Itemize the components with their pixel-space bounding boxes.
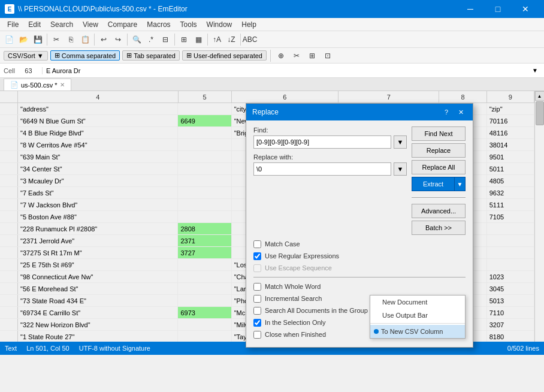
main-content: 4 5 6 7 8 9 "address""city""county""stat… — [0, 91, 544, 355]
csv-sort-icon: ▼ — [37, 52, 44, 59]
csv-sep-1 — [270, 50, 271, 62]
in-selection-label: In the Selection Only — [265, 319, 326, 326]
extract-csv-column[interactable]: To New CSV Column — [370, 325, 465, 338]
close-button[interactable]: ✕ — [512, 0, 539, 18]
csv-btn-3[interactable]: ⊞ — [306, 49, 319, 62]
cell-ref: 63 — [19, 67, 43, 74]
dialog-close-button[interactable]: ✕ — [455, 107, 467, 117]
open-button[interactable]: 📂 — [17, 33, 30, 46]
csv-btn-1[interactable]: ⊕ — [274, 49, 288, 62]
cell-formula-icon[interactable]: ▼ — [530, 67, 540, 74]
dialog-title: Replace — [252, 108, 279, 116]
replace-input[interactable] — [253, 162, 391, 176]
match-case-checkbox[interactable] — [253, 240, 261, 248]
close-when-checkbox[interactable] — [253, 331, 261, 339]
use-regex-checkbox[interactable] — [253, 252, 261, 260]
match-case-label: Match Case — [265, 240, 300, 248]
replace-expand-button[interactable]: ▼ — [394, 162, 407, 176]
paste-button[interactable]: 📋 — [78, 33, 92, 46]
dialog-body: Find: ▼ Replace with: ▼ — [246, 120, 473, 347]
csv-btn-4[interactable]: ⊡ — [321, 49, 334, 62]
toolbar-sep-1 — [47, 34, 47, 46]
comma-sep-tag[interactable]: ⊞ Comma separated — [50, 50, 120, 61]
undo-button[interactable]: ↩ — [97, 33, 110, 46]
replace-all-button[interactable]: Replace All — [412, 160, 466, 174]
redo-button[interactable]: ↪ — [111, 33, 125, 46]
find-expand-button[interactable]: ▼ — [394, 135, 407, 149]
cell-bar: Cell 63 E Aurora Dr ▼ — [0, 64, 544, 78]
tab-us500[interactable]: 📄 us-500.csv * ✕ — [4, 79, 71, 91]
menu-search[interactable]: Search — [46, 19, 78, 30]
find-regex-button[interactable]: .* — [144, 33, 158, 46]
extract-dropdown-button[interactable]: ▼ — [455, 177, 466, 191]
window-controls: ─ □ ✕ — [457, 0, 539, 18]
find-input[interactable] — [253, 135, 391, 149]
extract-row: Extract ▼ New Document Use Output Bar To… — [412, 177, 466, 191]
sort-desc-button[interactable]: ↓Z — [225, 33, 238, 46]
toolbar-sep-4 — [174, 34, 175, 46]
menu-view[interactable]: View — [78, 19, 103, 30]
user-def-tag[interactable]: ⊞ User-defined separated — [182, 50, 267, 61]
checkbox-sep — [253, 277, 466, 278]
csv-button[interactable]: ⊞ — [177, 33, 191, 46]
incremental-label: Incremental Search — [265, 295, 322, 302]
menu-tools[interactable]: Tools — [176, 19, 202, 30]
maximize-button[interactable]: □ — [484, 0, 512, 18]
menu-edit[interactable]: Edit — [23, 19, 46, 30]
menu-window[interactable]: Window — [202, 19, 237, 30]
sort-asc-button[interactable]: ↑A — [210, 33, 223, 46]
batch-button[interactable]: Batch >> — [412, 221, 466, 235]
menu-macros[interactable]: Macros — [142, 19, 175, 30]
user-def-label: User-defined separated — [194, 52, 262, 59]
tab-icon: 📄 — [10, 81, 19, 89]
spell-button[interactable]: ABC — [243, 33, 256, 46]
extract-output-bar[interactable]: Use Output Bar — [370, 309, 465, 322]
search-all-label: Search All Documents in the Group — [265, 307, 368, 314]
checkbox-match-whole: Match Whole Word — [253, 281, 466, 292]
in-selection-checkbox[interactable] — [253, 319, 261, 327]
replace-input-row: ▼ — [253, 162, 407, 176]
match-whole-checkbox[interactable] — [253, 283, 261, 291]
dialog-help-button[interactable]: ? — [440, 107, 452, 117]
window-title: \\ PERSONALCLOUD\Public\us-500.csv * - E… — [18, 5, 188, 13]
comma-sep-icon: ⊞ — [55, 52, 60, 59]
filter-button[interactable]: ⊟ — [159, 33, 172, 46]
tab-sep-label: Tab separated — [134, 52, 176, 59]
csv-sort-tag[interactable]: CSV/Sort ▼ — [4, 51, 48, 61]
replace-label: Replace with: — [253, 153, 407, 161]
save-button[interactable]: 💾 — [31, 33, 44, 46]
incremental-checkbox[interactable] — [253, 295, 261, 303]
dialog-title-controls: ? ✕ — [440, 107, 467, 117]
advanced-button[interactable]: Advanced... — [412, 204, 466, 218]
csv-sort-label: CSV/Sort — [8, 52, 35, 59]
checkbox-match-case: Match Case — [253, 239, 466, 249]
app-icon: E — [5, 4, 14, 14]
menu-file[interactable]: File — [2, 19, 23, 30]
extract-new-doc[interactable]: New Document — [370, 295, 465, 309]
col-button[interactable]: ▦ — [192, 33, 205, 46]
search-all-checkbox[interactable] — [253, 307, 261, 315]
csv-btn-2[interactable]: ✂ — [290, 49, 303, 62]
new-button[interactable]: 📄 — [2, 33, 16, 46]
menu-help[interactable]: Help — [237, 19, 261, 30]
minimize-button[interactable]: ─ — [457, 0, 484, 18]
use-escape-checkbox[interactable] — [253, 264, 261, 272]
find-section: Find: ▼ — [253, 126, 407, 149]
extract-button[interactable]: Extract — [412, 177, 455, 191]
cut-button[interactable]: ✂ — [50, 33, 63, 46]
replace-button[interactable]: Replace — [412, 143, 466, 158]
user-def-icon: ⊞ — [186, 52, 192, 59]
tab-sep-icon: ⊞ — [126, 52, 132, 59]
find-next-button[interactable]: Find Next — [412, 126, 466, 141]
dialog-separator — [412, 197, 466, 198]
tab-sep-tag[interactable]: ⊞ Tab separated — [122, 50, 180, 61]
dialog-title-bar: Replace ? ✕ — [246, 104, 473, 120]
extract-menu: New Document Use Output Bar To New CSV C… — [370, 295, 466, 339]
cell-label: Cell — [4, 67, 15, 74]
find-button[interactable]: 🔍 — [130, 33, 143, 46]
menu-compare[interactable]: Compare — [103, 19, 142, 30]
tab-close-button[interactable]: ✕ — [60, 82, 65, 88]
copy-button[interactable]: ⎘ — [64, 33, 77, 46]
csv-toolbar: CSV/Sort ▼ ⊞ Comma separated ⊞ Tab separ… — [0, 48, 544, 64]
main-toolbar: 📄 📂 💾 ✂ ⎘ 📋 ↩ ↪ 🔍 .* ⊟ ⊞ ▦ ↑A ↓Z ABC — [0, 31, 544, 48]
